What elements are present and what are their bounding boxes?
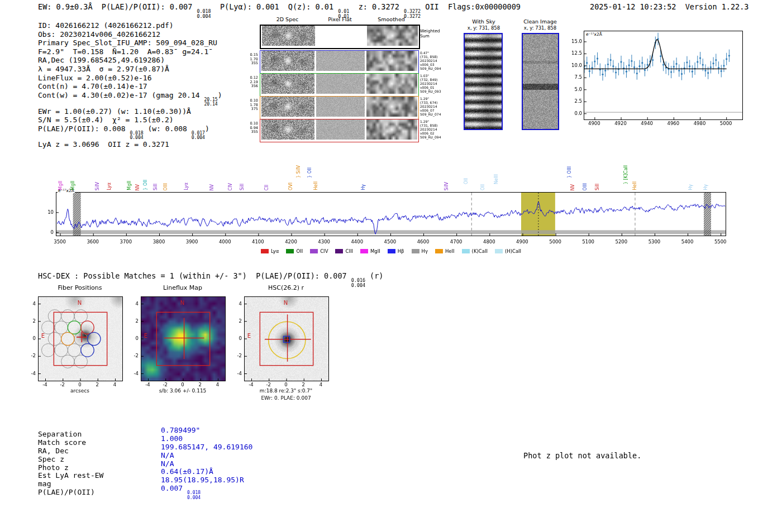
spectrum-x-tick-label: 5500 — [711, 239, 731, 245]
emission-line-marker: OII — [464, 178, 469, 184]
emission-line-marker: } OII — [143, 180, 148, 190]
spectrum-x-tick-label: 3600 — [83, 239, 103, 245]
match-table-row: P(LAE)/P(OII)0.007 0.0180.004 — [38, 488, 252, 496]
cutout-x-tick-label: 0 — [74, 382, 85, 387]
emission-line-marker: CII — [264, 185, 269, 190]
cutout-2d-row — [260, 73, 419, 97]
cutout-row-annotation: 0.47"(731, 858)20230214v006_03509_RU_094 — [420, 51, 447, 71]
pixelflat-panel — [316, 119, 365, 140]
zoom-flux-units-label: e⁻¹⁷x2Å — [585, 32, 603, 37]
zoom-x-tick-label: 4900 — [585, 121, 603, 126]
spectrum-x-tick-label: 5200 — [611, 239, 631, 245]
match-table-row: Separation0.789499" — [38, 430, 252, 438]
legend-item: CIII — [335, 248, 352, 254]
cutout-y-tick-label: 2 — [128, 318, 139, 324]
info-line: EWr = 1.00(±0.27) (w: 1.10(±0.30))Å — [38, 107, 222, 116]
cutout-y-tick-label: 4 — [232, 301, 242, 306]
emission-line-marker: CIV — [228, 183, 233, 190]
clean-title: Clean Image — [514, 18, 566, 25]
spectrum-x-tick-label: 4300 — [314, 239, 334, 245]
withsky-title: With Sky — [458, 18, 509, 25]
legend-swatch — [435, 249, 443, 253]
zoom-y-tick-label: 15.0 — [563, 39, 582, 44]
spectrum-y-tick-label: 10 — [44, 209, 54, 215]
cutout-y-tick-label: 2 — [26, 318, 36, 324]
hsc-caption-2: EWr: 0. PLAE: 0.007 — [230, 395, 342, 401]
smoothed-panel — [366, 119, 417, 140]
emission-line-marker: SiII — [153, 184, 158, 190]
cutout-x-tick-label: 4 — [316, 382, 327, 387]
info-line: P(LAE)/P(OII): 0.008 0.0180.004 (w: 0.00… — [38, 124, 222, 141]
fiber-positions-title: Fiber Positions — [38, 284, 122, 291]
legend-label: Hβ — [398, 248, 404, 254]
cutout-row-measurements: 0.100.94355 — [246, 122, 258, 135]
spectrum-x-tick-label: 4100 — [248, 239, 268, 245]
smoothed-panel — [366, 51, 417, 71]
emission-line-marker: SiII — [240, 184, 245, 190]
hsc-cutout-plot — [244, 296, 329, 381]
cutout-y-tick-label: 2 — [232, 318, 242, 324]
cutout-row-annotation: 1.03"(732, 849)20230214v006_01509_RU_093 — [420, 74, 447, 94]
cutout-2d-row — [260, 119, 419, 142]
legend-label: Lyα — [271, 248, 279, 254]
emission-line-marker: SiIV — [95, 182, 100, 190]
emission-line-marker: OIII — [163, 183, 168, 190]
cutout-x-tick-label: -4 — [142, 382, 154, 387]
spectrum-x-tick-label: 5000 — [545, 239, 565, 245]
match-value: N/A — [161, 451, 174, 459]
timestamp-version: 2025-01-12 10:23:52 Version 1.22.3 — [590, 2, 748, 11]
match-label: P(LAE)/P(OII) — [38, 488, 161, 496]
cutout-x-tick-label: -2 — [160, 382, 171, 387]
legend-swatch — [412, 249, 419, 253]
legend-swatch — [388, 249, 395, 253]
legend-label: (H)CaII — [505, 248, 521, 254]
spectrum-x-tick-label: 4500 — [380, 239, 400, 245]
lineflux-map-title: Lineflux Map — [141, 284, 225, 291]
info-line: RA,Dec (199.685425,49.619286) — [38, 56, 222, 65]
cutout-2d-row — [260, 96, 419, 119]
zoom-y-tick-label: 2.5 — [563, 98, 582, 104]
match-table-row: mag18.95(18.95,18.95)R — [38, 480, 252, 488]
cutout-x-tick-label: 0 — [177, 382, 188, 387]
info-line: ID: 4026166212 (4026166212.pdf) — [38, 21, 222, 30]
spectrum-x-tick-label: 4400 — [347, 239, 367, 245]
spectrum-legend: LyαOIICIVCIIIMgIIHβHγHeII(K)CaII(H)CaII — [0, 248, 782, 254]
withsky-fiber-image — [464, 33, 503, 130]
smoothed-panel — [367, 26, 418, 46]
legend-item: HeII — [435, 248, 455, 254]
zoom-y-tick-label: 5.0 — [563, 87, 582, 92]
zoom-x-tick-label: 4920 — [612, 121, 630, 126]
col-header-smoothed: Smoothed — [366, 16, 417, 22]
catalog-match-table: Separation0.789499"Match score1.000RA, D… — [38, 430, 252, 496]
spec2d-panel — [261, 97, 314, 117]
emission-line-marker: OVI — [288, 183, 293, 190]
zoomed-spectrum-plot — [584, 31, 743, 120]
zoom-y-tick-label: 10.0 — [563, 63, 582, 68]
legend-label: CIV — [320, 248, 328, 254]
info-line: S/N = 5.5(±0.4) χ² = 1.5(±0.2) — [38, 116, 222, 124]
legend-swatch — [335, 249, 343, 253]
legend-label: (K)CaII — [472, 248, 488, 254]
info-line: Cont(n) = 4.70(±0.14)e-17 — [38, 82, 222, 91]
zoom-x-tick-label: 4980 — [691, 121, 709, 126]
emission-line-marker: Hγ — [688, 184, 693, 190]
legend-swatch — [286, 249, 294, 253]
smoothed-panel — [366, 97, 417, 117]
zoom-y-tick-label: 12.5 — [563, 50, 582, 56]
spectrum-x-tick-label: 4600 — [413, 239, 433, 245]
col-header-2dspec: 2D Spec — [261, 16, 314, 22]
cutout-x-tick-label: -2 — [263, 382, 274, 387]
match-label: Est LyA rest-EW — [38, 471, 161, 480]
legend-item: (K)CaII — [462, 248, 488, 254]
emission-line-marker: NV — [209, 184, 214, 190]
spectrum-x-tick-label: 4000 — [215, 239, 235, 245]
emission-line-marker: } SiIV — [296, 165, 301, 178]
match-value: 1.000 — [161, 434, 183, 443]
match-value: 199.685147, 49.619160 — [161, 443, 252, 451]
cutout-row-annotation: 1.29"(731, 858)20230214v006_02509_RU_094 — [420, 120, 447, 140]
lineflux-caption: s/b: 3.06 +/- 0.115 — [127, 388, 239, 394]
detection-info-block: ID: 4026166212 (4026166212.pdf)Obs: 2023… — [38, 21, 222, 149]
spectrum-x-tick-label: 3500 — [50, 239, 70, 245]
match-table-row: Spec zN/A — [38, 455, 252, 463]
cutout-y-tick-label: -4 — [232, 371, 242, 376]
